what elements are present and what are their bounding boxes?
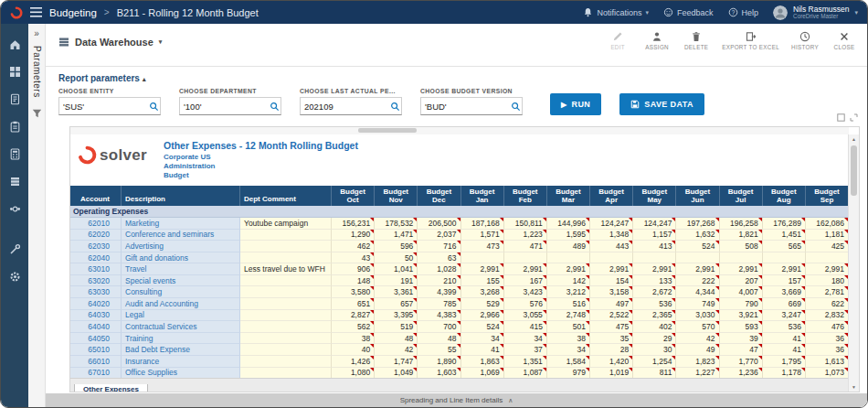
value-cell[interactable]: 2,991 xyxy=(806,263,849,275)
feedback-button[interactable]: Feedback xyxy=(663,7,714,17)
value-cell[interactable]: 197,268 xyxy=(676,218,719,230)
value-cell[interactable]: 157 xyxy=(763,275,806,287)
value-cell[interactable] xyxy=(763,252,806,264)
value-cell[interactable]: 593 xyxy=(720,321,763,333)
column-header[interactable]: BudgetJan xyxy=(461,186,504,206)
value-cell[interactable]: 489 xyxy=(547,241,590,252)
value-cell[interactable]: 34 xyxy=(461,333,504,345)
value-cell[interactable]: 50 xyxy=(375,252,418,264)
value-cell[interactable]: 4,007 xyxy=(720,286,763,298)
value-cell[interactable]: 501 xyxy=(547,321,590,333)
value-cell[interactable]: 38 xyxy=(547,333,590,345)
user-menu[interactable]: Nils Rasmussen CoreDrive Master ▾ xyxy=(773,5,858,20)
value-cell[interactable]: 565 xyxy=(763,241,806,252)
expand-icon[interactable] xyxy=(850,113,858,122)
value-cell[interactable]: 187,168 xyxy=(461,218,504,230)
value-cell[interactable]: 42 xyxy=(375,344,418,356)
column-header[interactable]: BudgetOct xyxy=(332,186,375,206)
value-cell[interactable]: 3,247 xyxy=(763,310,806,322)
value-cell[interactable] xyxy=(720,252,763,264)
value-cell[interactable]: 596 xyxy=(375,241,418,252)
value-cell[interactable]: 1,254 xyxy=(633,356,676,368)
calculator-icon[interactable] xyxy=(9,148,21,160)
value-cell[interactable]: 1,351 xyxy=(504,356,547,368)
value-cell[interactable]: 443 xyxy=(590,241,633,252)
value-cell[interactable]: 508 xyxy=(720,241,763,252)
value-cell[interactable]: 2,748 xyxy=(547,310,590,322)
value-cell[interactable]: 1,181 xyxy=(806,230,849,242)
value-cell[interactable]: 1,863 xyxy=(461,356,504,368)
report-icon[interactable] xyxy=(9,93,21,105)
value-cell[interactable] xyxy=(590,252,633,264)
notifications-button[interactable]: Notifications ▾ xyxy=(583,7,649,17)
value-cell[interactable]: 3,158 xyxy=(590,286,633,298)
value-cell[interactable]: 2,991 xyxy=(590,263,633,275)
close-button[interactable]: CLOSE xyxy=(831,31,858,50)
value-cell[interactable]: 1,041 xyxy=(375,263,418,275)
value-cell[interactable]: 2,991 xyxy=(720,263,763,275)
sheet-tab-other-expenses[interactable]: Other Expenses xyxy=(74,384,148,392)
value-cell[interactable]: 2,672 xyxy=(633,286,676,298)
value-cell[interactable]: 154 xyxy=(590,275,633,287)
comment-cell[interactable]: Youtube campaign xyxy=(240,218,332,230)
value-cell[interactable]: 222 xyxy=(676,275,719,287)
value-cell[interactable]: 790 xyxy=(720,298,763,310)
value-cell[interactable] xyxy=(461,252,504,264)
value-cell[interactable]: 2,827 xyxy=(332,310,375,322)
value-cell[interactable]: 562 xyxy=(332,321,375,333)
value-cell[interactable]: 536 xyxy=(763,321,806,333)
value-cell[interactable]: 48 xyxy=(375,333,418,345)
value-cell[interactable]: 191 xyxy=(375,275,418,287)
modules-icon[interactable] xyxy=(9,66,21,78)
value-cell[interactable]: 2,832 xyxy=(806,310,849,322)
run-button[interactable]: ▶ RUN xyxy=(550,93,601,115)
search-icon[interactable] xyxy=(147,102,160,112)
value-cell[interactable]: 49 xyxy=(676,344,719,356)
value-cell[interactable]: 1,426 xyxy=(332,356,375,368)
integrations-icon[interactable] xyxy=(9,203,21,215)
value-cell[interactable]: 576 xyxy=(504,298,547,310)
comment-cell[interactable] xyxy=(240,298,332,310)
value-cell[interactable]: 622 xyxy=(806,298,849,310)
value-cell[interactable]: 2,037 xyxy=(418,230,460,242)
spreading-panel-toggle[interactable]: Spreading and Line Item details ∧ xyxy=(46,393,867,407)
value-cell[interactable]: 2,991 xyxy=(547,263,590,275)
column-header[interactable]: BudgetDec xyxy=(418,186,460,206)
breadcrumb-section[interactable]: Budgeting xyxy=(49,7,97,18)
value-cell[interactable]: 462 xyxy=(332,241,375,252)
value-cell[interactable]: 497 xyxy=(590,298,633,310)
value-cell[interactable]: 206,500 xyxy=(418,218,460,230)
value-cell[interactable]: 516 xyxy=(547,298,590,310)
value-cell[interactable]: 4,344 xyxy=(676,286,719,298)
value-cell[interactable]: 1,471 xyxy=(375,230,418,242)
value-cell[interactable]: 2,522 xyxy=(590,310,633,322)
value-cell[interactable]: 402 xyxy=(633,321,676,333)
solver-logo-icon[interactable] xyxy=(10,6,23,19)
value-cell[interactable]: 34 xyxy=(547,344,590,356)
value-cell[interactable]: 425 xyxy=(806,241,849,252)
value-cell[interactable]: 196,258 xyxy=(720,218,763,230)
value-cell[interactable]: 37 xyxy=(504,344,547,356)
value-cell[interactable]: 1,290 xyxy=(332,230,375,242)
scroll-down-icon[interactable]: ▼ xyxy=(849,382,859,392)
value-cell[interactable]: 651 xyxy=(332,298,375,310)
value-cell[interactable]: 210 xyxy=(418,275,460,287)
value-cell[interactable]: 415 xyxy=(504,321,547,333)
data-source-dropdown[interactable]: Data Warehouse ▾ xyxy=(58,37,162,48)
comment-cell[interactable] xyxy=(240,310,332,322)
column-header[interactable]: BudgetSep xyxy=(806,186,849,206)
clipboard-icon[interactable] xyxy=(9,121,21,133)
comment-cell[interactable] xyxy=(240,241,332,252)
value-cell[interactable]: 413 xyxy=(633,241,676,252)
edit-button[interactable]: EDIT xyxy=(604,31,631,50)
column-header[interactable]: BudgetMay xyxy=(633,186,676,206)
value-cell[interactable]: 207 xyxy=(720,275,763,287)
comment-cell[interactable] xyxy=(240,321,332,333)
value-cell[interactable]: 180 xyxy=(806,275,849,287)
value-cell[interactable] xyxy=(633,252,676,264)
value-cell[interactable] xyxy=(806,252,849,264)
value-cell[interactable]: 41 xyxy=(763,333,806,345)
comment-cell[interactable] xyxy=(240,230,332,242)
value-cell[interactable]: 1,157 xyxy=(633,230,676,242)
value-cell[interactable]: 41 xyxy=(763,344,806,356)
